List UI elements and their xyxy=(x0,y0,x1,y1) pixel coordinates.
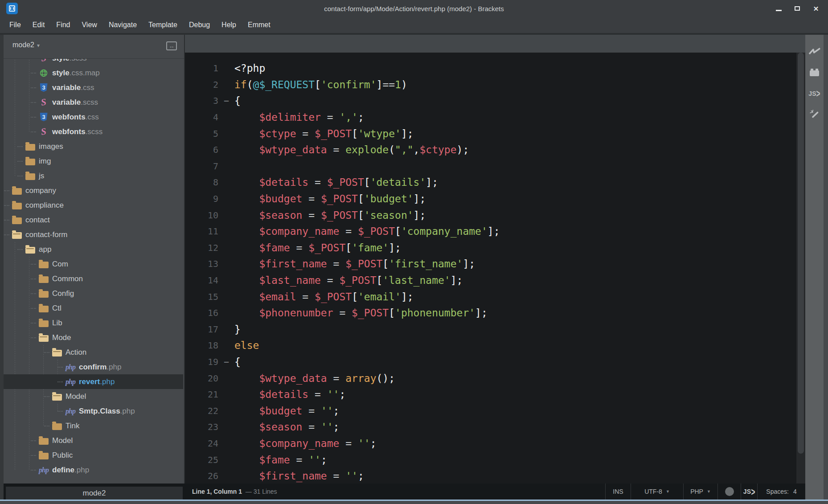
editor-pane[interactable]: 1<?php2if(@$_REQUEST['confirm']==1)3−{4 … xyxy=(185,35,805,484)
line-number: 4 xyxy=(185,112,218,123)
tree-folder-js[interactable]: js xyxy=(4,168,183,183)
code-line-2: 2if(@$_REQUEST['confirm']==1) xyxy=(185,77,796,93)
tree-item-label: js xyxy=(39,172,44,180)
tree-file-revert[interactable]: phprevert.php xyxy=(4,374,183,389)
tree-folder-com[interactable]: Com xyxy=(4,257,183,271)
code-line-9: 9 $budget = $_POST['budget']; xyxy=(185,191,796,207)
code-text: <?php xyxy=(234,62,265,74)
tree-item-label: contact-form xyxy=(25,230,67,239)
extension-status-indicator[interactable] xyxy=(717,484,741,500)
tree-connector xyxy=(31,337,36,338)
tree-folder-config[interactable]: Config xyxy=(4,286,183,301)
menu-view[interactable]: View xyxy=(76,17,102,33)
tree-folder-contact-form[interactable]: contact-form xyxy=(4,227,183,242)
tree-item-label: variable.css xyxy=(52,83,94,92)
menu-edit[interactable]: Edit xyxy=(27,17,51,33)
tree-connector xyxy=(31,117,36,118)
jshint-icon[interactable]: JS> xyxy=(805,83,824,104)
tree-connector xyxy=(31,102,36,103)
fold-marker[interactable]: − xyxy=(218,356,234,367)
encoding-selector[interactable]: UTF-8▼ xyxy=(631,484,683,500)
split-view-button[interactable]: ↔ xyxy=(166,41,177,50)
project-switcher-dropdown[interactable]: mode2▾ xyxy=(12,41,40,49)
menu-file[interactable]: File xyxy=(4,17,27,33)
code-line-5: 5 $ctype = $_POST['wtype']; xyxy=(185,125,796,142)
tree-file-variable[interactable]: 3variable.css xyxy=(4,80,183,95)
tree-folder-model[interactable]: Model xyxy=(4,433,183,448)
tree-folder-action[interactable]: Action xyxy=(4,345,183,360)
tree-folder-compliance[interactable]: compliance xyxy=(4,198,183,213)
tree-file-webfonts[interactable]: Swebfonts.scss xyxy=(4,124,183,139)
insert-mode-indicator[interactable]: INS xyxy=(605,484,631,500)
line-number: 3 xyxy=(185,95,218,106)
tree-folder-lib[interactable]: Lib xyxy=(4,316,183,330)
tree-file-style[interactable]: style.css.map xyxy=(4,66,183,80)
tree-item-label: variable.scss xyxy=(52,98,98,107)
beautify-wand-icon[interactable] xyxy=(805,104,824,125)
tree-folder-images[interactable]: images xyxy=(4,139,183,154)
tree-folder-company[interactable]: company xyxy=(4,183,183,198)
folder-icon xyxy=(39,262,49,268)
tree-folder-app[interactable]: app xyxy=(4,242,183,257)
tree-file-variable[interactable]: Svariable.scss xyxy=(4,95,183,110)
jshint-status[interactable]: JS> xyxy=(741,484,757,500)
tree-connector xyxy=(17,161,23,162)
folder-icon xyxy=(39,291,49,298)
tree-connector xyxy=(31,470,36,471)
menu-help[interactable]: Help xyxy=(216,17,242,33)
live-preview-icon[interactable] xyxy=(805,41,824,62)
code-text: $fame = $_POST['fame']; xyxy=(234,242,401,254)
tree-connector xyxy=(4,190,9,191)
code-line-18: 18else xyxy=(185,337,796,354)
tree-connector xyxy=(57,381,63,382)
extension-toolbar: JS> xyxy=(805,35,824,501)
tree-folder-mode[interactable]: Mode xyxy=(4,330,183,345)
code-text: { xyxy=(234,95,241,107)
tree-folder-tink[interactable]: Tink xyxy=(4,418,183,433)
tree-connector xyxy=(31,279,36,279)
code-text: $company_name = $_POST['company_name']; xyxy=(234,225,500,237)
menu-navigate[interactable]: Navigate xyxy=(103,17,143,33)
status-dot-icon xyxy=(725,487,734,496)
code-line-13: 13 $first_name = $_POST['first_name']; xyxy=(185,256,796,272)
tree-folder-common[interactable]: Common xyxy=(4,271,183,286)
menu-template[interactable]: Template xyxy=(143,17,183,33)
menu-emmet[interactable]: Emmet xyxy=(242,17,276,33)
tree-folder-contact[interactable]: contact xyxy=(4,213,183,227)
tree-folder-img[interactable]: img xyxy=(4,154,183,168)
scrollbar-thumb[interactable] xyxy=(798,53,804,454)
cursor-info[interactable]: Line 1, Column 1 — 31 Lines xyxy=(192,484,277,500)
window-controls: ✕ xyxy=(769,0,825,17)
file-tree: Sstyle.scssstyle.css.map3variable.cssSva… xyxy=(4,51,183,484)
fold-marker[interactable]: − xyxy=(218,95,234,106)
tree-item-label: contact xyxy=(25,216,50,225)
folder-icon xyxy=(52,423,62,430)
menu-debug[interactable]: Debug xyxy=(183,17,216,33)
minimize-icon xyxy=(776,10,782,11)
tree-file-webfonts[interactable]: 3webfonts.css xyxy=(4,110,183,124)
code-text: $delimiter = ','; xyxy=(234,111,364,123)
tree-folder-public[interactable]: Public xyxy=(4,448,183,463)
extension-manager-icon[interactable] xyxy=(805,62,824,83)
tree-item-label: style.css.map xyxy=(52,69,100,78)
code-text: $email = $_POST['email']; xyxy=(234,291,414,303)
maximize-button[interactable] xyxy=(788,0,807,17)
editor-scrollbar[interactable] xyxy=(796,53,805,484)
tree-file-confirm[interactable]: phpconfirm.php xyxy=(4,360,183,374)
line-number: 8 xyxy=(185,177,218,188)
menu-find[interactable]: Find xyxy=(50,17,76,33)
tree-file-define[interactable]: phpdefine.php xyxy=(4,463,183,477)
language-selector[interactable]: PHP▼ xyxy=(683,484,717,500)
tree-item-label: images xyxy=(39,142,63,151)
code-area[interactable]: 1<?php2if(@$_REQUEST['confirm']==1)3−{4 … xyxy=(185,53,796,484)
tree-folder-ctl[interactable]: Ctl xyxy=(4,301,183,316)
indentation-setting[interactable]: Spaces:4 xyxy=(757,484,805,500)
minimize-button[interactable] xyxy=(769,0,788,17)
tree-folder-model[interactable]: Model xyxy=(4,389,183,404)
code-text: $last_name = $_POST['last_name']; xyxy=(234,275,463,286)
folder-icon xyxy=(25,144,35,151)
line-number: 22 xyxy=(185,406,218,416)
tree-connector xyxy=(17,146,23,147)
close-button[interactable]: ✕ xyxy=(807,0,825,17)
tree-file-smtp.class[interactable]: phpSmtp.Class.php xyxy=(4,404,183,418)
